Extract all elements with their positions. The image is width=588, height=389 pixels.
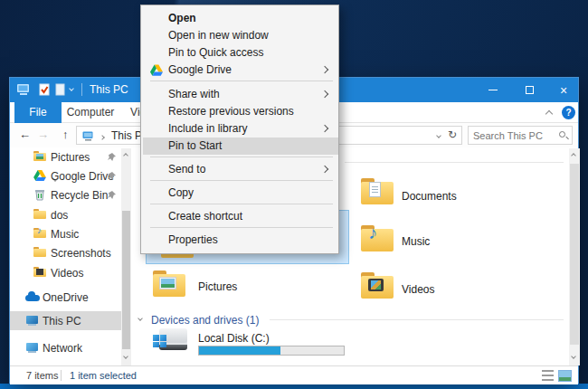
devices-section-rule (270, 319, 564, 320)
menu-item-restore-previous-versions[interactable]: Restore previous versions (143, 103, 338, 120)
devices-section-header[interactable]: Devices and drives (1) (151, 314, 259, 327)
folder-videos-icon (33, 267, 46, 277)
folder-icon (33, 209, 46, 219)
breadcrumb-this-pc-icon (82, 131, 95, 141)
menu-item-share-with[interactable]: Share with (143, 86, 338, 103)
close-button[interactable]: × (548, 78, 579, 102)
folder-pictures-icon (33, 151, 46, 161)
folder-videos-icon (361, 272, 394, 299)
local-disk-icon (153, 327, 187, 353)
menu-item-send-to[interactable]: Send to (143, 161, 338, 178)
help-button[interactable]: ? (562, 106, 575, 119)
menu-item-create-shortcut[interactable]: Create shortcut (143, 208, 338, 225)
desktop: This PC × File Computer View ? ← → ↑ (0, 0, 588, 389)
pin-icon (108, 153, 116, 161)
submenu-chevron-icon (321, 166, 328, 173)
qat-properties-icon[interactable] (39, 83, 50, 96)
sidebar-item-recycle-bin[interactable]: Recycle Bin (10, 185, 121, 204)
minimize-icon (488, 90, 498, 90)
sidebar-item-google-drive[interactable]: Google Drive (10, 166, 121, 185)
search-input[interactable] (473, 128, 553, 142)
maximize-button[interactable] (511, 78, 548, 102)
sidebar-item-network[interactable]: Network (10, 338, 121, 357)
menu-item-include-in-library[interactable]: Include in library (143, 120, 338, 138)
main-scrollbar-thumb[interactable] (570, 164, 579, 345)
submenu-chevron-icon (321, 125, 328, 132)
minimize-button[interactable] (474, 78, 511, 102)
google-drive-icon (150, 64, 163, 76)
menu-item-google-drive[interactable]: Google Drive (143, 62, 338, 79)
qat-new-folder-icon[interactable] (55, 83, 65, 96)
menu-item-open[interactable]: Open (143, 10, 338, 27)
address-dropdown-chevron-icon[interactable] (436, 133, 441, 138)
local-disk-label: Local Disk (C:) (198, 332, 270, 345)
section-collapse-chevron-icon[interactable] (138, 316, 143, 321)
google-drive-icon (33, 170, 46, 181)
context-menu: Open Open in new window Pin to Quick acc… (140, 5, 339, 254)
menu-separator (150, 180, 333, 181)
status-bar: 7 items 1 item selected (10, 365, 578, 384)
qat-customize-chevron-icon[interactable] (69, 86, 74, 91)
thumbnail-view-button[interactable] (558, 370, 572, 382)
tab-computer[interactable]: Computer (62, 102, 119, 123)
menu-separator (150, 157, 333, 157)
disk-usage-fill (199, 346, 280, 355)
ribbon-collapse-icon[interactable] (545, 110, 553, 118)
details-view-button[interactable] (542, 370, 554, 382)
search-box[interactable] (468, 126, 573, 145)
selection-count: 1 item selected (70, 370, 137, 381)
sidebar-item-this-pc[interactable]: This PC (10, 311, 121, 330)
folder-music-icon: ♪ (361, 225, 394, 251)
disk-usage-caption-clipped: … GB free of … GB (198, 359, 352, 365)
search-icon (559, 131, 565, 138)
pin-icon (108, 172, 116, 180)
sidebar-item-screenshots[interactable]: Screenshots (10, 243, 121, 262)
menu-separator (150, 227, 333, 228)
tab-file[interactable]: File (14, 102, 62, 123)
folders-section-rule (345, 162, 564, 163)
forward-button[interactable]: → (37, 128, 49, 141)
submenu-chevron-icon (321, 66, 328, 73)
menu-separator (150, 81, 333, 81)
window-title: This PC (90, 83, 128, 96)
up-button[interactable]: ↑ (62, 128, 69, 141)
menu-separator (150, 204, 333, 204)
menu-item-pin-to-quick-access[interactable]: Pin to Quick access (143, 44, 338, 62)
pin-icon (108, 191, 116, 199)
breadcrumb-chevron-icon[interactable] (100, 135, 105, 140)
sidebar-item-videos[interactable]: Videos (10, 263, 121, 282)
folder-documents-icon (361, 178, 394, 204)
menu-item-pin-to-start[interactable]: Pin to Start (143, 138, 338, 155)
sidebar-item-onedrive[interactable]: OneDrive (10, 288, 121, 307)
sidebar-item-dos[interactable]: dos (10, 205, 121, 224)
disk-usage-bar (198, 346, 345, 356)
submenu-chevron-icon (321, 90, 328, 98)
computer-icon (26, 316, 38, 324)
network-icon (26, 343, 38, 351)
sidebar-scrollbar-thumb[interactable] (122, 211, 130, 349)
sidebar-item-music[interactable]: ♪ Music (10, 224, 121, 243)
recycle-bin-icon (34, 188, 45, 201)
menu-item-open-in-new-window[interactable]: Open in new window (143, 27, 338, 44)
close-icon: × (560, 84, 567, 97)
refresh-icon[interactable]: ↻ (448, 128, 457, 141)
menu-item-properties[interactable]: Properties (143, 232, 338, 249)
onedrive-cloud-icon (25, 295, 40, 301)
menu-item-copy[interactable]: Copy (143, 185, 338, 202)
this-pc-window-icon (16, 83, 31, 96)
folder-music-icon: ♪ (33, 228, 46, 238)
back-button[interactable]: ← (19, 128, 31, 141)
folder-icon (33, 247, 46, 257)
sidebar-item-pictures[interactable]: Pictures (10, 147, 121, 166)
status-divider (61, 370, 62, 381)
folder-pictures-icon (153, 270, 185, 297)
maximize-icon (526, 86, 534, 94)
item-count: 7 items (26, 370, 58, 381)
titlebar-divider (81, 83, 82, 96)
